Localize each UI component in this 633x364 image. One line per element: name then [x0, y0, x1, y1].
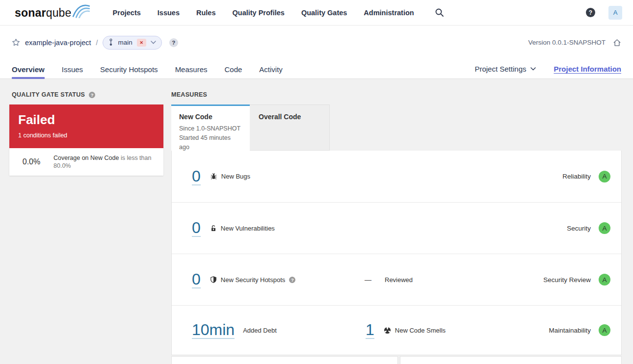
- condition-metric: Coverage on New Code: [53, 155, 119, 161]
- measures-tabs: New Code Since 1.0-SNAPSHOT Started 45 m…: [171, 104, 622, 151]
- new-hotspots-label-group: New Security Hotspots ?: [210, 276, 296, 284]
- reviewed-label: Reviewed: [385, 276, 413, 284]
- top-nav: sonarqube Projects Issues Rules Quality …: [0, 0, 633, 26]
- security-rating-badge: A: [599, 222, 610, 234]
- quality-gate-condition-row[interactable]: 0.0% Coverage on New Code is less than 8…: [9, 148, 163, 176]
- added-debt-label-group: Added Debt: [243, 327, 277, 334]
- sonarqube-logo[interactable]: sonarqube: [15, 5, 90, 20]
- tab-issues[interactable]: Issues: [62, 59, 83, 79]
- logo-text-bold: sonar: [15, 6, 46, 19]
- bug-icon: [210, 173, 217, 180]
- new-vulnerabilities-label-group: New Vulnerabilities: [210, 225, 275, 232]
- search-icon[interactable]: [435, 8, 444, 17]
- project-version: Version 0.0.1-SNAPSHOT: [528, 39, 606, 46]
- security-rating: Security A: [567, 222, 610, 234]
- code-smell-icon: [384, 327, 391, 334]
- quality-gate-panel: QUALITY GATE STATUS ? Failed 1 condition…: [9, 91, 163, 176]
- tab-issues-label: Issues: [62, 65, 83, 74]
- quality-gate-title: QUALITY GATE STATUS: [12, 91, 85, 98]
- maintainability-rating-badge: A: [599, 324, 610, 336]
- security-review-rating-badge: A: [599, 274, 610, 286]
- branch-help-icon[interactable]: ?: [169, 38, 178, 47]
- security-rating-label: Security: [567, 225, 591, 232]
- new-hotspots-label: New Security Hotspots: [221, 276, 286, 284]
- tab-new-code-label: New Code: [179, 113, 242, 121]
- measure-row-hotspots: 0 New Security Hotspots ? — Reviewed: [172, 254, 621, 305]
- new-bugs-label-group: New Bugs: [210, 173, 250, 180]
- branch-selector[interactable]: main ✕: [103, 36, 161, 50]
- nav-right: ? A: [586, 6, 622, 20]
- condition-value: 0.0%: [9, 157, 53, 166]
- branch-icon: [108, 38, 113, 47]
- avatar[interactable]: A: [608, 6, 622, 20]
- nav-item-issues[interactable]: Issues: [158, 9, 180, 17]
- new-bugs-label: New Bugs: [221, 173, 250, 180]
- tab-code[interactable]: Code: [224, 59, 242, 79]
- favorite-star-icon[interactable]: [12, 38, 20, 47]
- nav-item-rules[interactable]: Rules: [196, 9, 216, 17]
- measures-panel: MEASURES New Code Since 1.0-SNAPSHOT Sta…: [171, 91, 622, 355]
- help-icon[interactable]: ?: [586, 8, 595, 17]
- reviewed-value: —: [365, 276, 371, 284]
- tab-code-label: Code: [224, 65, 242, 74]
- new-code-smells-label: New Code Smells: [395, 327, 446, 334]
- new-code-smells-value-link[interactable]: 1: [366, 321, 374, 339]
- new-vulnerabilities-label: New Vulnerabilities: [221, 225, 275, 232]
- reliability-rating: Reliability A: [562, 171, 610, 182]
- breadcrumb-project-link[interactable]: example-java-project: [25, 39, 91, 47]
- new-code-started: Started 45 minutes ago: [179, 133, 242, 152]
- added-debt-value-link[interactable]: 10min: [192, 321, 235, 339]
- code-smells-group: 1: [366, 321, 446, 339]
- logo-swoosh-icon: [72, 3, 90, 20]
- chevron-down-icon: [151, 41, 156, 44]
- home-icon[interactable]: [613, 39, 621, 47]
- condition-description: Coverage on New Code is less than 80.0%: [53, 154, 156, 170]
- nav-item-administration[interactable]: Administration: [364, 9, 414, 17]
- reliability-rating-label: Reliability: [562, 173, 591, 180]
- bottom-card-left: [171, 356, 398, 364]
- tab-overall-code-label: Overall Code: [259, 113, 301, 121]
- nav-item-quality-profiles[interactable]: Quality Profiles: [233, 9, 285, 17]
- quality-gate-title-row: QUALITY GATE STATUS ?: [12, 91, 163, 98]
- project-settings-label: Project Settings: [475, 65, 526, 73]
- tab-overview[interactable]: Overview: [12, 59, 45, 79]
- measure-row-vulnerabilities: 0 New Vulnerabilities Security A: [172, 202, 621, 254]
- project-settings-menu[interactable]: Project Settings: [475, 65, 536, 73]
- branch-status-close-icon[interactable]: ✕: [137, 39, 146, 47]
- new-hotspots-value-link[interactable]: 0: [192, 271, 201, 288]
- new-bugs-value-link[interactable]: 0: [192, 168, 201, 185]
- project-information-link[interactable]: Project Information: [554, 65, 621, 73]
- tab-overview-label: Overview: [12, 65, 45, 74]
- chevron-down-icon: [530, 67, 536, 71]
- hotspots-help-icon[interactable]: ?: [289, 277, 295, 283]
- open-lock-icon: [210, 225, 217, 232]
- nav-item-projects[interactable]: Projects: [113, 9, 141, 17]
- measures-title: MEASURES: [171, 91, 207, 98]
- bottom-card-right: [400, 356, 622, 364]
- quality-gate-status-card: Failed 1 conditions failed: [9, 104, 163, 148]
- tab-measures-label: Measures: [175, 65, 208, 74]
- tab-overall-code[interactable]: Overall Code: [250, 104, 330, 151]
- hotspots-reviewed-group: — Reviewed: [365, 276, 413, 284]
- logo-text-light: qube: [46, 6, 72, 19]
- new-vulnerabilities-value-link[interactable]: 0: [192, 219, 201, 237]
- tab-measures[interactable]: Measures: [175, 59, 208, 79]
- project-tabs-bar: Overview Issues Security Hotspots Measur…: [0, 59, 633, 79]
- quality-gate-status: Failed: [18, 113, 155, 127]
- quality-gate-help-icon[interactable]: ?: [89, 92, 95, 98]
- main-nav-items: Projects Issues Rules Quality Profiles Q…: [113, 9, 414, 17]
- nav-item-quality-gates[interactable]: Quality Gates: [301, 9, 347, 17]
- security-review-rating: Security Review A: [543, 274, 610, 286]
- breadcrumb-right: Version 0.0.1-SNAPSHOT: [528, 39, 621, 47]
- tab-new-code[interactable]: New Code Since 1.0-SNAPSHOT Started 45 m…: [171, 104, 250, 151]
- security-hotspot-shield-icon: [210, 276, 217, 283]
- tab-activity-label: Activity: [259, 65, 283, 74]
- measures-title-row: MEASURES: [171, 91, 622, 98]
- tab-security-hotspots[interactable]: Security Hotspots: [100, 59, 158, 79]
- breadcrumb-bar: example-java-project / main ✕ ? Version …: [0, 26, 633, 59]
- overview-content: QUALITY GATE STATUS ? Failed 1 condition…: [0, 79, 633, 364]
- tab-activity[interactable]: Activity: [259, 59, 283, 79]
- quality-gate-conditions-count: 1 conditions failed: [18, 132, 155, 139]
- reliability-rating-badge: A: [599, 171, 610, 182]
- tab-new-code-subtitle: Since 1.0-SNAPSHOT Started 45 minutes ag…: [179, 124, 242, 152]
